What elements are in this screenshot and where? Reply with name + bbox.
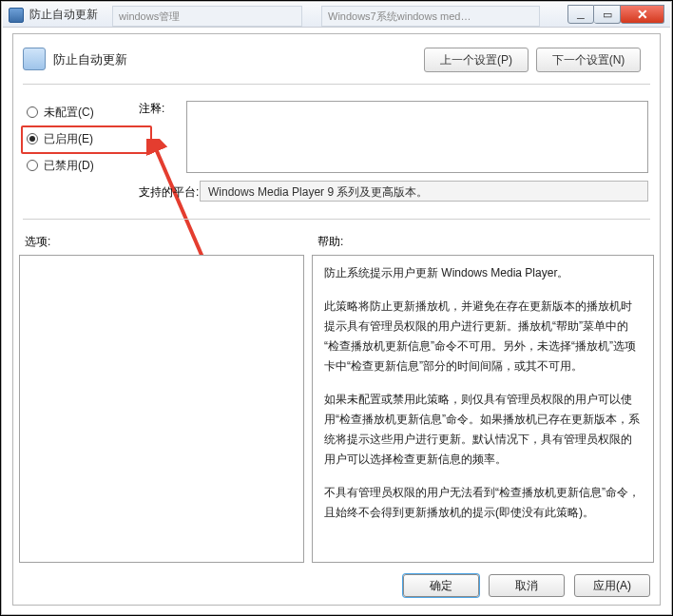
ok-button[interactable]: 确定 (403, 574, 479, 597)
dialog-button-row: 确定 取消 应用(A) (403, 574, 650, 597)
help-paragraph: 不具有管理员权限的用户无法看到“检查播放机更新信息”命令，且始终不会得到更新播放… (324, 483, 642, 523)
help-label: 帮助: (317, 234, 343, 250)
background-tab: Windows7系统windows med… (321, 6, 540, 27)
comment-label: 注释: (139, 101, 164, 117)
minimize-button[interactable]: ─ (567, 5, 594, 24)
dialog-header: 防止自动更新 上一个设置(P) 下一个设置(N) (23, 48, 650, 76)
radio-label: 已启用(E) (44, 131, 93, 147)
options-label: 选项: (25, 234, 50, 250)
next-setting-button[interactable]: 下一个设置(N) (536, 48, 641, 72)
radio-not-configured[interactable]: 未配置(C) (27, 99, 141, 125)
comment-textarea[interactable] (186, 101, 648, 173)
platform-label: 支持的平台: (139, 184, 199, 201)
state-radio-group: 未配置(C) 已启用(E) 已禁用(D) (27, 99, 141, 179)
radio-disabled[interactable]: 已禁用(D) (27, 152, 141, 179)
radio-label: 未配置(C) (44, 105, 94, 121)
app-icon (9, 8, 24, 23)
radio-label: 已禁用(D) (44, 158, 94, 174)
background-tab: windows管理 (112, 6, 302, 27)
radio-icon (27, 160, 38, 171)
previous-setting-button[interactable]: 上一个设置(P) (424, 48, 529, 72)
radio-icon (27, 106, 38, 118)
help-paragraph: 此策略将防止更新播放机，并避免在存在更新版本的播放机时提示具有管理员权限的用户进… (324, 297, 642, 376)
radio-enabled[interactable]: 已启用(E) (27, 125, 141, 152)
cancel-button[interactable]: 取消 (489, 574, 565, 597)
dialog-content: 防止自动更新 上一个设置(P) 下一个设置(N) 未配置(C) 已启用(E) 已… (12, 33, 661, 606)
radio-icon (27, 133, 38, 144)
help-paragraph: 防止系统提示用户更新 Windows Media Player。 (324, 263, 642, 283)
maximize-button[interactable]: ▭ (594, 5, 621, 24)
dialog-heading: 防止自动更新 (53, 51, 127, 68)
help-pane[interactable]: 防止系统提示用户更新 Windows Media Player。 此策略将防止更… (312, 255, 654, 563)
policy-icon (23, 48, 46, 70)
help-paragraph: 如果未配置或禁用此策略，则仅具有管理员权限的用户可以使用“检查播放机更新信息”命… (324, 390, 642, 470)
options-pane[interactable] (19, 255, 304, 563)
titlebar[interactable]: 防止自动更新 windows管理 Windows7系统windows med… … (3, 3, 670, 28)
window-title: 防止自动更新 (29, 7, 98, 23)
close-button[interactable]: ✕ (621, 5, 664, 24)
window-frame: 防止自动更新 windows管理 Windows7系统windows med… … (0, 0, 673, 616)
apply-button[interactable]: 应用(A) (574, 574, 650, 597)
platform-text: Windows Media Player 9 系列及更高版本。 (200, 181, 648, 202)
